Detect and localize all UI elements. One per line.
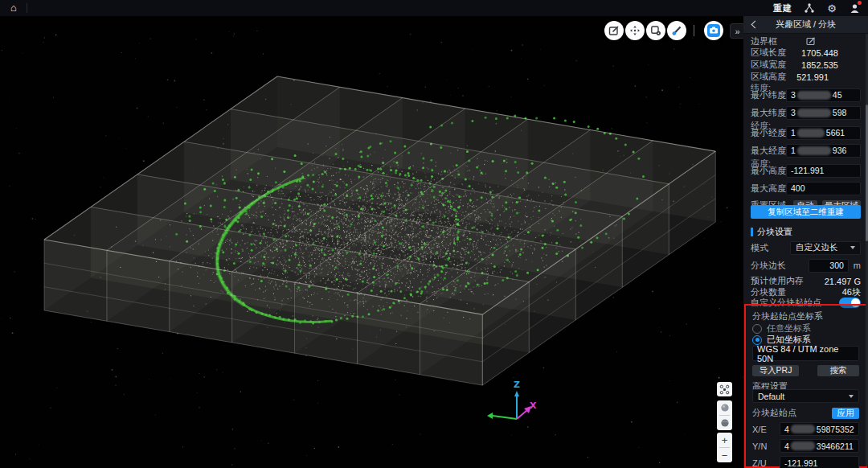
origin-yn-input[interactable]: 4 39466211: [780, 439, 859, 453]
value: -121.991: [784, 458, 817, 468]
recenter-view-button[interactable]: [717, 382, 732, 396]
home-icon[interactable]: ⌂: [10, 0, 17, 16]
min-altitude-input[interactable]: -121.991: [786, 164, 861, 178]
value-prefix: 4: [784, 425, 789, 434]
value-suffix: 59875352: [817, 425, 854, 434]
origin-yn-label: Y/N: [752, 441, 780, 451]
max-altitude-label: 最大高度: [751, 183, 786, 195]
redacted-value: [791, 441, 815, 450]
drone-icon: [719, 384, 730, 395]
max-altitude-row: 最大高度 400: [751, 182, 861, 195]
pan-move-button[interactable]: [625, 21, 645, 40]
search-button[interactable]: 搜索: [817, 365, 859, 376]
model-display-button[interactable]: [646, 21, 665, 40]
viewport-3d[interactable]: ZX »: [0, 16, 743, 468]
redacted-value: [797, 91, 831, 100]
value-prefix: 1: [791, 128, 796, 138]
notification-dot: [858, 1, 862, 5]
cluster-network-icon[interactable]: [804, 2, 815, 14]
sidebar-panel-roi-blocks: 兴趣区域 / 分块 边界框 区域长度 1705.448 区域宽度 1852.53…: [743, 16, 868, 468]
crs-value-input[interactable]: WGS 84 / UTM zone 50N: [752, 346, 859, 361]
redacted-value: [797, 146, 831, 155]
value: 400: [791, 183, 805, 193]
origin-zu-label: Z/U: [752, 458, 780, 468]
min-latitude-label: 最小纬度: [751, 89, 786, 101]
region-height-value: 521.991: [796, 72, 829, 82]
value-suffix: 45: [833, 90, 842, 100]
crs-value: WGS 84 / UTM zone 50N: [757, 344, 854, 363]
import-prj-button[interactable]: 导入PRJ: [752, 365, 799, 376]
chevron-down-icon: [849, 395, 854, 398]
measure-icon: [671, 25, 682, 36]
elevation-value: Default: [758, 392, 784, 401]
svg-text:Z: Z: [514, 380, 520, 390]
region-width-value: 1852.535: [801, 60, 838, 70]
panel-collapse-button[interactable]: »: [730, 23, 743, 39]
value-prefix: 4: [784, 441, 789, 451]
radio-unselected-icon[interactable]: [752, 324, 762, 334]
min-longitude-input[interactable]: 1 5661: [786, 126, 861, 140]
radio-any-label: 任意坐标系: [767, 322, 811, 335]
elevation-dropdown[interactable]: Default: [752, 389, 859, 403]
boundary-box-label: 边界框: [751, 35, 777, 47]
globe-view-button[interactable]: [717, 400, 732, 415]
svg-text:X: X: [530, 400, 537, 411]
pan-move-icon: [629, 25, 641, 36]
copy-region-to-2d-button[interactable]: 复制区域至二维重建: [751, 205, 861, 219]
region-width-row: 区域宽度 1852.535: [751, 59, 861, 71]
apply-button[interactable]: 应用: [832, 408, 859, 419]
annotation-highlight-box: 分块起始点坐标系 任意坐标系 已知坐标系 WGS 84 / UTM zone 5…: [744, 304, 867, 468]
block-edge-input[interactable]: 300: [809, 259, 849, 273]
network-glyph: [804, 2, 815, 14]
view-mode-control: [717, 400, 732, 430]
max-longitude-input[interactable]: 1 936: [786, 144, 861, 158]
max-latitude-input[interactable]: 3 598: [786, 106, 861, 120]
sphere-icon: [720, 418, 730, 428]
zoom-out-button[interactable]: −: [717, 448, 732, 462]
value-prefix: 3: [791, 108, 796, 117]
memory-row: 预计使用内存 21.497 G: [751, 275, 861, 287]
min-latitude-input[interactable]: 3 45: [786, 88, 861, 102]
crs-buttons-row: 导入PRJ 搜索: [752, 365, 859, 376]
max-altitude-input[interactable]: 400: [786, 182, 861, 195]
model-display-icon: [650, 25, 661, 36]
value-prefix: 3: [791, 90, 796, 100]
screenshot-icon: [706, 23, 721, 38]
mode-value: 自定义边长: [796, 242, 838, 253]
zoom-control: + −: [717, 433, 732, 462]
min-altitude-row: 最小高度 -121.991: [751, 164, 861, 177]
redacted-value: [797, 129, 825, 138]
edit-region-button[interactable]: [604, 21, 624, 40]
value-suffix: 598: [833, 108, 847, 117]
max-latitude-label: 最大纬度: [751, 107, 786, 119]
chevron-down-icon: [850, 246, 855, 249]
model-view-button[interactable]: [717, 416, 732, 430]
region-height-row: 区域高度 521.991: [751, 71, 861, 83]
mode-label: 模式: [751, 242, 768, 254]
origin-zu-input[interactable]: -121.991: [780, 456, 859, 468]
mode-row: 模式 自定义边长: [751, 241, 861, 254]
mode-dropdown[interactable]: 自定义边长: [790, 241, 861, 255]
user-account-icon[interactable]: [849, 2, 860, 14]
value: -121.991: [791, 166, 824, 175]
boundary-box-edit-icon[interactable]: [806, 36, 816, 47]
top-app-bar: ⌂ 重建 ⚙: [0, 0, 868, 16]
zoom-in-button[interactable]: +: [717, 433, 732, 447]
crs-title-row: 分块起始点坐标系: [752, 310, 859, 322]
region-length-value: 1705.448: [801, 48, 838, 58]
panel-header: 兴趣区域 / 分块: [743, 16, 868, 34]
origin-xe-input[interactable]: 4 59875352: [780, 422, 859, 436]
block-settings-title: 分块设置: [757, 226, 792, 238]
rebuild-menu[interactable]: 重建: [773, 2, 792, 14]
radio-any-crs-row[interactable]: 任意坐标系: [752, 322, 859, 335]
block-settings-header: 分块设置: [751, 226, 861, 238]
topbar-divider: [27, 3, 27, 13]
screenshot-button[interactable]: [704, 21, 723, 40]
measure-button[interactable]: [667, 21, 686, 40]
value-prefix: 1: [791, 146, 796, 155]
toolbar-divider: [694, 25, 694, 36]
min-longitude-row: 最小经度 1 5661: [751, 126, 861, 139]
boundary-box-row: 边界框: [751, 35, 861, 47]
crs-title: 分块起始点坐标系: [752, 310, 823, 322]
gear-icon[interactable]: ⚙: [826, 2, 837, 14]
